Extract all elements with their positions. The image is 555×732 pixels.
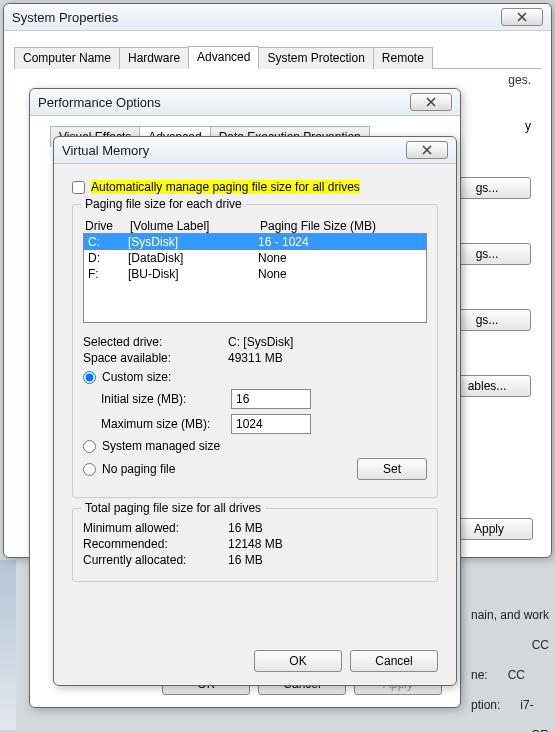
space-available-label: Space available:	[83, 351, 228, 365]
body-text-fragment: ges.	[508, 73, 531, 87]
selected-drive-label: Selected drive:	[83, 335, 228, 349]
custom-size-label: Custom size:	[102, 370, 171, 384]
selected-drive-value: C: [SysDisk]	[228, 335, 293, 349]
system-managed-label: System managed size	[102, 439, 220, 453]
space-available-value: 49311 MB	[228, 351, 283, 365]
system-managed-radio[interactable]	[83, 440, 96, 453]
tabstrip: Computer Name Hardware Advanced System P…	[14, 45, 541, 69]
close-button[interactable]	[501, 8, 543, 26]
desktop-edge	[0, 560, 16, 730]
auto-manage-checkbox[interactable]	[72, 181, 85, 194]
header-drive: Drive	[85, 219, 130, 233]
window-title: Virtual Memory	[62, 143, 149, 158]
no-paging-radio[interactable]	[83, 463, 96, 476]
initial-size-label: Initial size (MB):	[101, 392, 231, 406]
total-paging-group: Total paging file size for all drives Mi…	[72, 508, 438, 582]
bg-text: nain, and work	[471, 600, 549, 630]
drive-row[interactable]: D: [DataDisk] None	[84, 250, 426, 266]
header-paging-size: Paging File Size (MB)	[260, 219, 425, 233]
auto-manage-label: Automatically manage paging file size fo…	[91, 180, 360, 194]
header-volume: [Volume Label]	[130, 219, 260, 233]
tab-remote[interactable]: Remote	[373, 47, 433, 69]
drive-list-header: Drive [Volume Label] Paging File Size (M…	[85, 219, 425, 233]
titlebar[interactable]: Virtual Memory	[54, 137, 456, 164]
close-button[interactable]	[406, 141, 448, 159]
tab-hardware[interactable]: Hardware	[119, 47, 189, 69]
initial-size-input[interactable]	[231, 389, 311, 409]
titlebar[interactable]: Performance Options	[30, 89, 460, 116]
currently-allocated-label: Currently allocated:	[83, 553, 228, 567]
ok-button[interactable]: OK	[254, 650, 342, 672]
titlebar[interactable]: System Properties	[4, 4, 551, 31]
no-paging-label: No paging file	[102, 462, 175, 476]
cancel-button[interactable]: Cancel	[350, 650, 438, 672]
close-icon	[421, 145, 433, 155]
virtual-memory-window: Virtual Memory Automatically manage pagi…	[53, 136, 457, 686]
tab-computer-name[interactable]: Computer Name	[14, 47, 120, 69]
tab-advanced[interactable]: Advanced	[188, 46, 259, 69]
tab-system-protection[interactable]: System Protection	[258, 47, 373, 69]
group-legend: Paging file size for each drive	[81, 197, 246, 211]
background-content: nain, and work CC ne:CC ption:i7- GR	[471, 600, 549, 732]
close-icon	[425, 97, 437, 107]
maximum-size-label: Maximum size (MB):	[101, 417, 231, 431]
drive-row[interactable]: F: [BU-Disk] None	[84, 266, 426, 282]
total-group-legend: Total paging file size for all drives	[81, 501, 265, 515]
close-icon	[516, 12, 528, 22]
set-button[interactable]: Set	[357, 458, 427, 480]
recommended-label: Recommended:	[83, 537, 228, 551]
drive-row[interactable]: C: [SysDisk] 16 - 1024	[84, 234, 426, 250]
drive-list[interactable]: C: [SysDisk] 16 - 1024 D: [DataDisk] Non…	[83, 233, 427, 323]
paging-per-drive-group: Paging file size for each drive Drive [V…	[72, 204, 438, 498]
bg-text: CC	[471, 630, 549, 660]
window-title: Performance Options	[38, 95, 161, 110]
recommended-value: 12148 MB	[228, 537, 283, 551]
currently-allocated-value: 16 MB	[228, 553, 263, 567]
window-title: System Properties	[12, 10, 118, 25]
min-allowed-value: 16 MB	[228, 521, 263, 535]
close-button[interactable]	[410, 93, 452, 111]
maximum-size-input[interactable]	[231, 414, 311, 434]
bg-text: GR	[471, 720, 549, 732]
custom-size-radio[interactable]	[83, 371, 96, 384]
text-fragment: y	[525, 119, 531, 133]
min-allowed-label: Minimum allowed:	[83, 521, 228, 535]
